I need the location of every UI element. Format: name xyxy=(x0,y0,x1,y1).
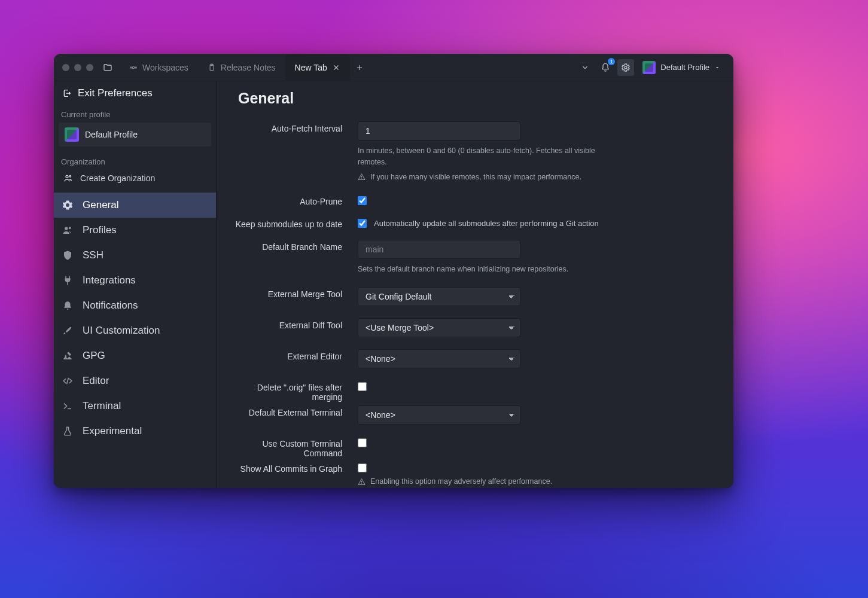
nav-label: Terminal xyxy=(83,400,121,412)
exit-icon xyxy=(62,89,72,98)
default-branch-label: Default Branch Name xyxy=(233,236,342,252)
app-window: Workspaces Release Notes New Tab 1 xyxy=(54,54,733,488)
nav-item-ssh[interactable]: SSH xyxy=(54,243,216,268)
diff-tool-label: External Diff Tool xyxy=(233,315,342,330)
nav-item-integrations[interactable]: Integrations xyxy=(54,268,216,293)
default-branch-input[interactable] xyxy=(358,240,520,259)
profile-name: Default Profile xyxy=(660,63,709,72)
nav-label: UI Customization xyxy=(83,325,160,337)
nav-item-profiles[interactable]: Profiles xyxy=(54,218,216,243)
gear-icon xyxy=(62,200,73,210)
zoom-window-button[interactable] xyxy=(86,64,93,71)
tab-workspaces[interactable]: Workspaces xyxy=(120,54,198,81)
tab-label: New Tab xyxy=(295,63,327,72)
workspace-icon xyxy=(129,63,138,72)
folder-button[interactable] xyxy=(99,59,116,76)
body-split: Exit Preferences Current profile Default… xyxy=(54,81,733,488)
tab-label: Workspaces xyxy=(142,63,188,72)
preferences-sidebar: Exit Preferences Current profile Default… xyxy=(54,81,217,488)
nav-label: Notifications xyxy=(83,300,138,312)
diff-tool-select[interactable]: <Use Merge Tool> xyxy=(358,318,520,337)
svg-point-2 xyxy=(135,66,136,68)
nav-item-editor[interactable]: Editor xyxy=(54,368,216,393)
default-terminal-select[interactable]: <None> xyxy=(358,405,520,425)
auto-fetch-label: Auto-Fetch Interval xyxy=(233,118,342,133)
auto-fetch-warning: If you have many visible remotes, this m… xyxy=(370,172,581,183)
preferences-main: General Auto-Fetch Interval In minutes, … xyxy=(217,81,733,488)
notifications-button[interactable]: 1 xyxy=(597,59,614,76)
nav-label: Experimental xyxy=(83,425,142,437)
close-window-button[interactable] xyxy=(62,64,69,71)
submodules-checkbox[interactable] xyxy=(358,219,367,228)
svg-point-8 xyxy=(65,227,68,230)
profile-chip[interactable]: Default Profile xyxy=(638,59,725,77)
bell-icon xyxy=(62,300,73,311)
external-editor-label: External Editor xyxy=(233,346,342,361)
delete-orig-checkbox[interactable] xyxy=(358,382,367,391)
notification-badge: 1 xyxy=(608,58,615,65)
nav-item-terminal[interactable]: Terminal xyxy=(54,393,216,419)
show-all-commits-checkbox[interactable] xyxy=(358,463,367,472)
current-profile-heading: Current profile xyxy=(54,105,216,123)
settings-form: Auto-Fetch Interval In minutes, between … xyxy=(233,118,717,488)
plus-icon xyxy=(355,63,364,72)
minimize-window-button[interactable] xyxy=(74,64,81,71)
nav-item-notifications[interactable]: Notifications xyxy=(54,293,216,318)
nav-item-experimental[interactable]: Experimental xyxy=(54,419,216,444)
organization-heading: Organization xyxy=(54,152,216,170)
svg-point-0 xyxy=(132,66,135,69)
external-editor-select[interactable]: <None> xyxy=(358,349,520,368)
terminal-icon xyxy=(62,401,73,411)
auto-prune-label: Auto-Prune xyxy=(233,191,342,206)
flask-icon xyxy=(62,426,73,437)
merge-tool-label: External Merge Tool xyxy=(233,283,342,299)
dropdown-button[interactable] xyxy=(577,59,593,76)
nav-item-gpg[interactable]: GPG xyxy=(54,343,216,368)
titlebar-right: 1 Default Profile xyxy=(577,59,730,77)
current-profile-name: Default Profile xyxy=(85,130,138,139)
nav-label: GPG xyxy=(83,350,105,362)
avatar xyxy=(642,61,656,74)
svg-point-6 xyxy=(66,175,68,178)
shield-icon xyxy=(62,250,73,261)
submodules-label: Keep submodules up to date xyxy=(233,213,342,229)
current-profile-row[interactable]: Default Profile xyxy=(59,123,211,147)
signature-icon xyxy=(62,350,73,361)
custom-terminal-checkbox[interactable] xyxy=(358,438,367,447)
nav-item-ui-customization[interactable]: UI Customization xyxy=(54,318,216,343)
nav-label: Profiles xyxy=(83,224,117,236)
exit-preferences-label: Exit Preferences xyxy=(78,87,153,99)
default-branch-help: Sets the default branch name when initia… xyxy=(358,264,621,275)
people-icon xyxy=(63,173,73,183)
preferences-nav: General Profiles SSH Integrations Notifi… xyxy=(54,193,216,444)
nav-label: Integrations xyxy=(83,274,136,286)
tab-new-tab[interactable]: New Tab xyxy=(285,54,350,81)
exit-preferences-button[interactable]: Exit Preferences xyxy=(54,81,216,105)
svg-point-5 xyxy=(625,66,627,69)
settings-button[interactable] xyxy=(617,59,634,76)
auto-prune-checkbox[interactable] xyxy=(358,196,367,205)
tab-label: Release Notes xyxy=(221,63,276,72)
nav-item-general[interactable]: General xyxy=(54,193,216,218)
create-organization-label: Create Organization xyxy=(80,173,155,183)
chevron-down-icon xyxy=(581,63,589,72)
add-tab-button[interactable] xyxy=(350,63,369,72)
titlebar: Workspaces Release Notes New Tab 1 xyxy=(54,54,733,81)
gear-icon xyxy=(621,63,631,72)
auto-fetch-help: In minutes, between 0 and 60 (0 disables… xyxy=(358,145,621,168)
warning-icon xyxy=(358,173,366,181)
folder-icon xyxy=(103,63,112,72)
close-icon[interactable] xyxy=(332,63,340,72)
svg-point-1 xyxy=(130,66,132,68)
tab-release-notes[interactable]: Release Notes xyxy=(198,54,285,81)
clipboard-icon xyxy=(208,63,216,72)
window-controls xyxy=(57,64,99,71)
auto-fetch-input[interactable] xyxy=(358,121,520,141)
merge-tool-select[interactable]: Git Config Default xyxy=(358,287,520,306)
svg-point-7 xyxy=(69,175,71,177)
caret-down-icon xyxy=(714,65,720,71)
plug-icon xyxy=(62,275,73,286)
create-organization-button[interactable]: Create Organization xyxy=(54,170,216,190)
code-icon xyxy=(62,376,73,386)
show-all-commits-warning: Enabling this option may adversely affec… xyxy=(370,476,552,487)
